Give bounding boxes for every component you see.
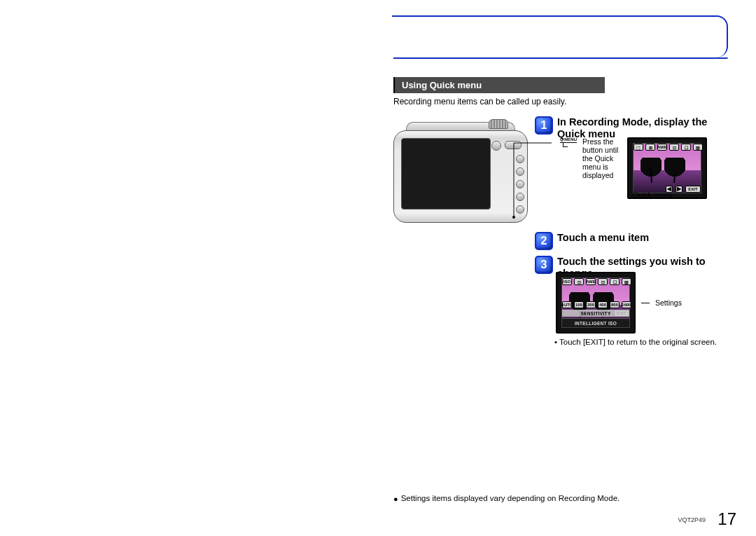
step-number-icon: 1 xyxy=(535,116,553,135)
exit-button: EXIT xyxy=(685,186,701,193)
settings-caption: Settings xyxy=(655,298,682,307)
return-note: • Touch [EXIT] to return to the original… xyxy=(554,338,717,346)
qm-icon: ▥ xyxy=(622,278,631,285)
iso-option: 200 xyxy=(586,301,596,308)
step-2-title: Touch a menu item xyxy=(557,232,649,244)
qm-icon: AWB xyxy=(657,144,667,151)
camera-illustration xyxy=(393,118,528,223)
iso-option: 400 xyxy=(598,301,608,308)
step-number-icon: 3 xyxy=(535,256,553,274)
iso-option: 100 xyxy=(574,301,584,308)
press-instruction: Press the button until the Quick menu is… xyxy=(582,137,622,179)
leader-line xyxy=(641,303,650,303)
qm-icon: ☐ xyxy=(681,144,691,151)
intro-text: Recording menu items can be called up ea… xyxy=(393,97,566,106)
page-frame xyxy=(392,15,728,57)
qm-icon: ⬚ xyxy=(634,144,643,151)
bullet-icon: ● xyxy=(393,494,398,504)
footnote: ● Settings items displayed vary dependin… xyxy=(393,494,620,504)
iso-option: AUTO xyxy=(562,301,572,308)
nav-next-icon: ▶ xyxy=(676,186,682,193)
step-number-icon: 2 xyxy=(535,232,553,250)
document-id: VQT2P49 xyxy=(678,516,706,523)
quickmenu-preview: ⬚ ⊞ AWB ⊡ ☐ ▥ ◀ ▶ EXIT xyxy=(627,137,707,199)
page-number: 17 xyxy=(718,509,736,529)
quickmenu-caption: Quick menu xyxy=(633,191,672,199)
qm-icon: ⊡ xyxy=(574,278,584,285)
qm-icon: AWB xyxy=(586,278,596,285)
qm-icon: ISO xyxy=(562,278,572,285)
iso-option: 800 xyxy=(610,301,620,308)
qm-icon: ⊡ xyxy=(598,278,608,285)
sensitivity-label: SENSITIVITY xyxy=(562,310,629,317)
iso-option: 1600 xyxy=(622,301,631,308)
section-header: Using Quick menu xyxy=(393,77,605,93)
footnote-text: Settings items displayed vary depending … xyxy=(401,494,620,502)
qmenu-button-label: Q.MENU xyxy=(560,137,577,143)
qm-icon: ☐ xyxy=(610,278,620,285)
step-2: 2 Touch a menu item xyxy=(535,232,738,250)
qm-icon: ⊞ xyxy=(645,144,655,151)
qm-icon: ⊡ xyxy=(669,144,679,151)
intelligent-iso-label: INTELLIGENT ISO xyxy=(562,318,629,327)
qm-icon: ▥ xyxy=(693,144,703,151)
settings-preview: ISO ⊡ AWB ⊡ ☐ ▥ AUTO 100 200 400 800 160… xyxy=(556,272,636,334)
